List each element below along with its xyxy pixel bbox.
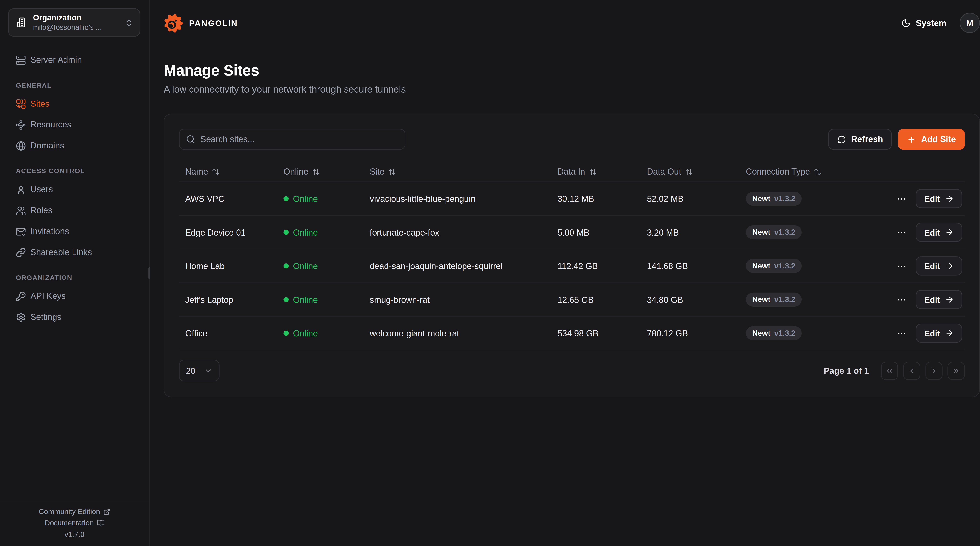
sidebar-item-domains[interactable]: Domains: [8, 135, 140, 156]
edit-button[interactable]: Edit: [916, 223, 962, 242]
add-site-button[interactable]: Add Site: [898, 129, 965, 150]
table-row: Edge Device 01 Online fortunate-cape-fox…: [179, 216, 965, 249]
globe-icon: [16, 140, 26, 151]
table-header-row: Name Online Site Data In Data Out Connec…: [179, 162, 965, 182]
row-menu-button[interactable]: [897, 258, 907, 274]
sidebar-item-server-admin[interactable]: Server Admin: [8, 49, 140, 70]
table-row: Jeff's Laptop Online smug-brown-rat 12.6…: [179, 283, 965, 317]
sidebar-section-access-control: ACCESS CONTROL: [8, 167, 140, 174]
sidebar: Organization milo@fossorial.io's ... Ser…: [0, 0, 150, 546]
previous-page-button[interactable]: [903, 361, 920, 380]
column-label: Data In: [557, 167, 585, 177]
page-subtitle: Allow connectivity to your network throu…: [164, 84, 980, 94]
sort-icon: [589, 168, 597, 176]
edit-button[interactable]: Edit: [916, 290, 962, 309]
page-size-value: 20: [186, 366, 196, 375]
page-size-select[interactable]: 20: [179, 360, 220, 382]
column-header-data-in[interactable]: Data In: [557, 167, 647, 177]
data-out: 52.02 MB: [647, 194, 746, 204]
topbar: PANGOLIN System M: [164, 0, 980, 46]
chevrons-left-icon: [885, 367, 894, 375]
refresh-icon: [837, 135, 846, 144]
sidebar-item-label: Roles: [30, 206, 52, 215]
sidebar-item-sites[interactable]: Sites: [8, 93, 140, 114]
connection-type-badge: Newtv1.3.2: [746, 192, 802, 206]
external-link-icon: [103, 508, 110, 516]
theme-toggle[interactable]: System: [901, 18, 946, 28]
online-dot-icon: [283, 263, 288, 268]
connection-type-badge: Newtv1.3.2: [746, 326, 802, 340]
column-header-site[interactable]: Site: [370, 167, 558, 177]
brand[interactable]: PANGOLIN: [164, 13, 238, 33]
topbar-right: System M: [901, 13, 980, 33]
building-icon: [16, 17, 27, 28]
sidebar-item-roles[interactable]: Roles: [8, 200, 140, 221]
online-status: Online: [283, 329, 370, 338]
row-menu-button[interactable]: [897, 326, 907, 341]
community-edition-link[interactable]: Community Edition: [39, 508, 110, 516]
plus-icon: [907, 135, 916, 144]
refresh-button[interactable]: Refresh: [828, 129, 892, 150]
users-icon: [16, 205, 26, 216]
sidebar-resize-handle[interactable]: [148, 267, 150, 279]
sidebar-item-users[interactable]: Users: [8, 179, 140, 200]
site-slug: welcome-giant-mole-rat: [370, 329, 558, 338]
connection-type-badge: Newtv1.3.2: [746, 259, 802, 273]
sort-icon: [212, 168, 220, 176]
column-header-data-out[interactable]: Data Out: [647, 167, 746, 177]
site-slug: fortunate-cape-fox: [370, 228, 558, 237]
column-header-online[interactable]: Online: [283, 167, 370, 177]
avatar[interactable]: M: [959, 13, 980, 33]
site-slug: vivacious-little-blue-penguin: [370, 194, 558, 204]
edit-button[interactable]: Edit: [916, 189, 962, 208]
page-title: Manage Sites: [164, 62, 980, 80]
row-actions: Edit: [860, 256, 965, 275]
sort-icon: [814, 168, 821, 176]
sidebar-section-organization: ORGANIZATION: [8, 274, 140, 281]
row-menu-button[interactable]: [897, 292, 907, 307]
sidebar-item-label: Resources: [30, 120, 72, 129]
sidebar-item-api-keys[interactable]: API Keys: [8, 286, 140, 307]
row-menu-button[interactable]: [897, 191, 907, 206]
sidebar-item-label: Shareable Links: [30, 247, 92, 257]
edit-button[interactable]: Edit: [916, 256, 962, 275]
row-actions: Edit: [860, 290, 965, 309]
row-actions: Edit: [860, 189, 965, 208]
search-input[interactable]: [179, 129, 405, 150]
documentation-label: Documentation: [45, 519, 94, 527]
row-menu-button[interactable]: [897, 225, 907, 240]
online-dot-icon: [283, 330, 288, 336]
combine-icon: [16, 99, 26, 109]
card-footer: 20 Page 1 of 1: [179, 360, 965, 382]
add-site-label: Add Site: [921, 134, 956, 144]
edit-button[interactable]: Edit: [916, 324, 962, 343]
sidebar-item-shareable-links[interactable]: Shareable Links: [8, 242, 140, 263]
sidebar-item-invitations[interactable]: Invitations: [8, 221, 140, 242]
key-icon: [16, 291, 26, 301]
next-page-button[interactable]: [925, 361, 942, 380]
gear-icon: [16, 312, 26, 322]
documentation-link[interactable]: Documentation: [45, 519, 105, 527]
chevron-right-icon: [930, 367, 938, 375]
card-toolbar: Refresh Add Site: [179, 129, 965, 150]
moon-icon: [901, 18, 911, 28]
column-header-connection-type[interactable]: Connection Type: [746, 167, 860, 177]
org-value: milo@fossorial.io's ...: [33, 23, 119, 32]
data-out: 3.20 MB: [647, 228, 746, 237]
org-label: Organization: [33, 13, 119, 23]
site-name: Jeff's Laptop: [185, 295, 283, 304]
sidebar-item-settings[interactable]: Settings: [8, 307, 140, 327]
pager-zone: Page 1 of 1: [824, 361, 965, 380]
chevrons-up-down-icon: [124, 18, 133, 27]
sidebar-item-label: Settings: [30, 312, 61, 322]
first-page-button[interactable]: [881, 361, 898, 380]
site-name: Edge Device 01: [185, 228, 283, 237]
site-name: Office: [185, 329, 283, 338]
column-header-name[interactable]: Name: [185, 167, 283, 177]
org-switcher[interactable]: Organization milo@fossorial.io's ...: [8, 8, 140, 37]
row-actions: Edit: [860, 324, 965, 343]
sidebar-item-resources[interactable]: Resources: [8, 114, 140, 135]
last-page-button[interactable]: [948, 361, 965, 380]
sidebar-content: Organization milo@fossorial.io's ... Ser…: [0, 0, 149, 501]
sidebar-item-label: Domains: [30, 141, 64, 150]
